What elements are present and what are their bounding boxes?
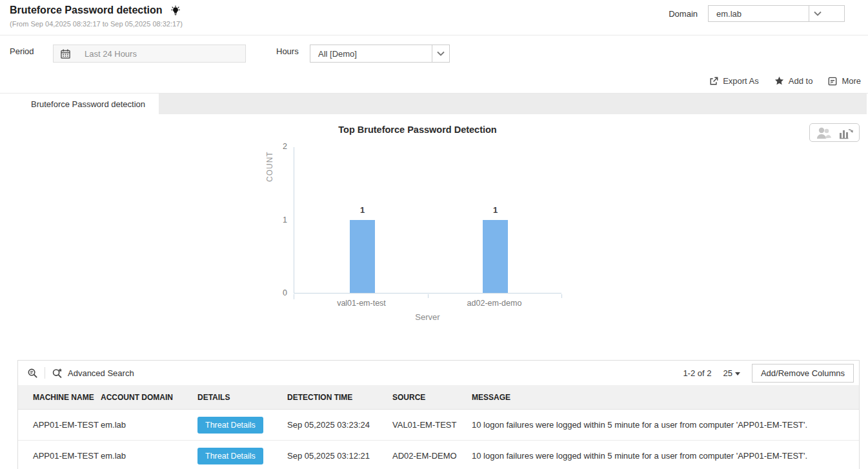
pagination-range: 1-2 of 2: [683, 368, 711, 378]
column-header-detection-time[interactable]: DETECTION TIME: [287, 393, 392, 402]
message-cell: 10 logon failures were logged within 5 m…: [472, 451, 859, 461]
filter-row: Period Last 24 Hours Hours All [Demo]: [0, 35, 868, 69]
period-label: Period: [10, 46, 34, 56]
more-icon: [828, 77, 837, 86]
threat-details-button[interactable]: Threat Details: [197, 417, 263, 434]
bulb-icon[interactable]: [170, 5, 181, 15]
table-header-row: MACHINE NAME ACCOUNT DOMAIN DETAILS DETE…: [18, 385, 859, 410]
machine-name-cell: APP01-EM-TEST: [18, 420, 101, 430]
calendar-icon[interactable]: [54, 49, 77, 59]
tab-label: Bruteforce Password detection: [31, 99, 145, 109]
detection-time-cell: Sep 05,2025 03:23:24: [287, 420, 392, 430]
export-as-label: Export As: [723, 76, 759, 86]
add-remove-columns-button[interactable]: Add/Remove Columns: [752, 364, 854, 383]
y-axis-title: COUNT: [265, 146, 276, 186]
chart-area: Top Bruteforce Password Detection COUNT …: [17, 114, 860, 360]
add-to-button[interactable]: Add to: [774, 76, 813, 86]
column-header-message[interactable]: MESSAGE: [472, 393, 859, 402]
add-to-label: Add to: [789, 76, 813, 86]
chart-view-icon[interactable]: [838, 126, 854, 140]
advanced-search-icon: [52, 368, 63, 379]
hours-label: Hours: [276, 46, 299, 56]
more-label: More: [842, 76, 861, 86]
detection-time-cell: Sep 05,2025 03:12:21: [287, 451, 392, 461]
chevron-down-icon[interactable]: [432, 45, 449, 62]
page-size-dropdown[interactable]: 25: [723, 368, 740, 378]
results-table-card: Advanced Search 1-2 of 2 25 Add/Remove C…: [17, 360, 860, 469]
x-category-label: ad02-em-demo: [430, 299, 559, 308]
y-tick-0: 0: [264, 288, 287, 297]
domain-label: Domain: [669, 9, 698, 19]
source-cell: VAL01-EM-TEST: [392, 420, 472, 430]
column-header-account-domain[interactable]: ACCOUNT DOMAIN: [101, 393, 197, 402]
x-axis-tick: [428, 294, 429, 298]
bar-value-label: 1: [350, 205, 375, 215]
x-category-label: val01-em-test: [297, 299, 426, 308]
report-actions: Export As Add to More: [0, 69, 868, 94]
x-axis-title: Server: [294, 312, 561, 322]
bar-ad02-em-demo[interactable]: [483, 220, 508, 294]
threat-details-button[interactable]: Threat Details: [197, 448, 263, 464]
table-row: APP01-EM-TEST em.lab Threat Details Sep …: [18, 441, 859, 469]
source-cell: AD02-EM-DEMO: [392, 451, 472, 461]
report-date-range: (From Sep 04,2025 08:32:17 to Sep 05,202…: [10, 20, 183, 28]
table-toolbar: Advanced Search 1-2 of 2 25 Add/Remove C…: [18, 361, 859, 385]
hours-select-value: All [Demo]: [310, 45, 432, 62]
period-value: Last 24 Hours: [77, 49, 137, 59]
y-tick-1: 1: [264, 215, 287, 225]
search-icon[interactable]: [27, 368, 38, 379]
caret-down-icon: [735, 372, 740, 375]
x-axis-tick: [561, 294, 562, 298]
machine-name-cell: APP01-EM-TEST: [18, 451, 101, 461]
x-axis-tick: [294, 294, 294, 299]
tab-bruteforce-password-detection[interactable]: Bruteforce Password detection: [17, 94, 159, 114]
more-button[interactable]: More: [828, 76, 861, 86]
domain-select-value: em.lab: [709, 6, 809, 21]
people-view-icon[interactable]: [815, 126, 832, 140]
y-tick-2: 2: [264, 142, 287, 151]
domain-select[interactable]: em.lab: [708, 5, 845, 22]
plot-area: 1 1: [294, 147, 561, 294]
chart-view-toggle: [809, 123, 860, 142]
column-header-details[interactable]: DETAILS: [197, 393, 287, 402]
advanced-search-label: Advanced Search: [68, 368, 134, 378]
page-size-value: 25: [723, 368, 732, 378]
tab-strip: Bruteforce Password detection: [17, 94, 867, 114]
period-input[interactable]: Last 24 Hours: [53, 45, 246, 63]
chart-title: Top Bruteforce Password Detection: [17, 125, 818, 135]
export-icon: [709, 77, 718, 86]
column-header-source[interactable]: SOURCE: [392, 393, 472, 402]
advanced-search-button[interactable]: Advanced Search: [52, 368, 134, 379]
toolbar-divider: [45, 367, 45, 379]
page-title: Bruteforce Password detection: [10, 5, 163, 16]
bar-val01-em-test[interactable]: [350, 220, 375, 294]
hours-select[interactable]: All [Demo]: [310, 45, 450, 63]
message-cell: 10 logon failures were logged within 5 m…: [472, 420, 859, 430]
table-row: APP01-EM-TEST em.lab Threat Details Sep …: [18, 410, 859, 441]
chevron-down-icon[interactable]: [809, 6, 826, 21]
account-domain-cell: em.lab: [101, 420, 197, 430]
bar-value-label: 1: [483, 205, 508, 215]
report-panel: Top Bruteforce Password Detection COUNT …: [17, 114, 860, 469]
column-header-machine-name[interactable]: MACHINE NAME: [18, 393, 101, 402]
export-as-button[interactable]: Export As: [709, 76, 759, 86]
account-domain-cell: em.lab: [101, 451, 197, 461]
star-icon: [774, 76, 784, 86]
report-header: Bruteforce Password detection (From Sep …: [0, 0, 868, 35]
